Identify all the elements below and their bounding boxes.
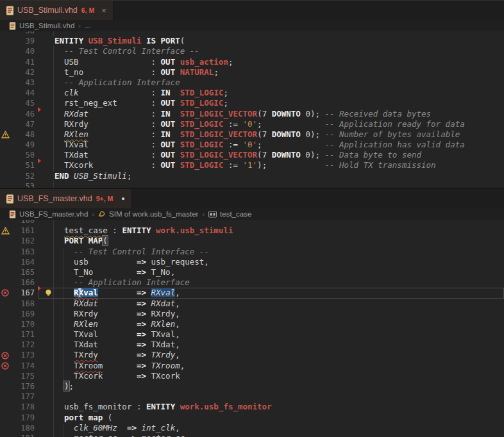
indent-guide — [53, 299, 54, 309]
breadcrumb-ellipsis[interactable]: ... — [85, 22, 91, 29]
code-line-162[interactable]: 162 PORT MAP( — [0, 236, 504, 246]
code-line-160[interactable]: 160 — [0, 220, 504, 226]
code-text[interactable]: PORT MAP( — [55, 236, 504, 246]
code-editor-usb-fs-master[interactable]: 160161 test_case : ENTITY work.usb_stimu… — [0, 220, 504, 437]
code-line-161[interactable]: 161 test_case : ENTITY work.usb_stimuli — [0, 226, 504, 236]
code-line-164[interactable]: 164 usb => usb_request, — [0, 257, 504, 267]
code-text[interactable]: -- Test Control Interface -- — [55, 247, 504, 257]
token: work.usb_stimuli — [156, 226, 233, 235]
code-line-48[interactable]: 48 RXlen : IN STD_LOGIC_VECTOR(7 DOWNTO … — [0, 129, 504, 140]
code-text[interactable]: clk : IN STD_LOGIC; — [55, 88, 504, 98]
code-text[interactable]: RXrdy => RXrdy, — [55, 309, 504, 319]
breadcrumb-file[interactable]: USB_Stimuli.vhd — [19, 22, 74, 29]
code-line-41[interactable]: 41 USB : OUT usb_action; — [0, 57, 504, 67]
code-line-167[interactable]: 167 RXval => RXval, — [0, 288, 504, 298]
code-text[interactable]: TXcork => TXcork — [55, 371, 504, 381]
dirty-indicator-icon[interactable]: ● — [121, 195, 124, 202]
code-text[interactable]: ); — [55, 381, 504, 392]
code-line-169[interactable]: 169 RXrdy => RXrdy, — [0, 309, 504, 319]
code-text[interactable]: -- Application Interface — [55, 277, 504, 288]
code-line-175[interactable]: 175 TXcork => TXcork — [0, 371, 504, 381]
code-line-45[interactable]: 45 rst_neg_ext : OUT STD_LOGIC; — [0, 98, 504, 108]
code-line-44[interactable]: 44 clk : IN STD_LOGIC; — [0, 88, 504, 98]
code-line-46[interactable]: 46 RXdat : IN STD_LOGIC_VECTOR(7 DOWNTO … — [0, 109, 504, 119]
code-text[interactable] — [55, 31, 504, 36]
line-number: 176 — [10, 381, 38, 392]
code-text[interactable]: -- Application Interface — [55, 78, 504, 88]
code-line-52[interactable]: 52END USB_Stimuli; — [0, 171, 504, 181]
code-line-43[interactable]: 43 -- Application Interface — [0, 78, 504, 88]
code-text[interactable]: TXdat => TXdat, — [55, 340, 504, 350]
code-text[interactable]: END USB_Stimuli; — [55, 171, 504, 181]
code-text[interactable]: master_ss => master_ss, — [55, 433, 504, 437]
flag-slot — [38, 402, 42, 412]
code-text[interactable]: RXdat : IN STD_LOGIC_VECTOR(7 DOWNTO 0);… — [55, 109, 504, 119]
code-text[interactable]: RXdat => RXdat, — [55, 299, 504, 309]
code-line-168[interactable]: 168 RXdat => RXdat, — [0, 299, 504, 309]
code-line-38[interactable]: 38 — [0, 31, 504, 36]
code-line-163[interactable]: 163 -- Test Control Interface -- — [0, 247, 504, 257]
code-text[interactable]: usb => usb_request, — [55, 257, 504, 267]
code-text[interactable]: TXval => TXval, — [55, 329, 504, 340]
code-line-177[interactable]: 177 — [0, 392, 504, 402]
code-line-47[interactable]: 47 RXrdy : OUT STD_LOGIC := '0'; -- Appl… — [0, 119, 504, 129]
code-line-53[interactable]: 53 — [0, 181, 504, 188]
code-text[interactable]: RXrdy : OUT STD_LOGIC := '0'; -- Applica… — [55, 119, 504, 129]
code-text[interactable]: clk_60MHz => int_clk, — [55, 423, 504, 433]
code-text[interactable]: TXval : OUT STD_LOGIC := '0'; -- Applica… — [55, 140, 504, 150]
code-text[interactable]: ENTITY USB_Stimuli IS PORT( — [55, 36, 504, 46]
code-text[interactable] — [55, 392, 504, 402]
code-line-174[interactable]: 174 TXroom => TXroom, — [0, 361, 504, 371]
code-line-49[interactable]: 49 TXval : OUT STD_LOGIC := '0'; -- Appl… — [0, 140, 504, 150]
flag-slot — [38, 88, 42, 98]
code-line-172[interactable]: 172 TXdat => TXdat, — [0, 340, 504, 350]
flag-slot — [38, 433, 42, 437]
breadcrumb-file[interactable]: USB_FS_master.vhd — [19, 210, 88, 218]
code-line-171[interactable]: 171 TXval => TXval, — [0, 329, 504, 340]
code-text[interactable]: t_no : OUT NATURAL; — [55, 67, 504, 78]
code-text[interactable]: RXlen => RXlen, — [55, 319, 504, 329]
code-line-51[interactable]: 51 TXcork : OUT STD_LOGIC := '1'); -- Ho… — [0, 160, 504, 170]
code-text[interactable]: -- Test Control Interface -- — [55, 46, 504, 56]
close-icon[interactable]: × — [101, 6, 106, 15]
code-line-50[interactable]: 50 TXdat : OUT STD_LOGIC_VECTOR(7 DOWNTO… — [0, 150, 504, 160]
token: , — [175, 350, 180, 359]
code-text[interactable]: TXroom => TXroom, — [55, 361, 504, 371]
token: -- Data byte to send — [324, 150, 421, 160]
code-line-178[interactable]: 178 usb_fs_monitor : ENTITY work.usb_fs_… — [0, 402, 504, 412]
code-line-40[interactable]: 40 -- Test Control Interface -- — [0, 46, 504, 56]
code-text[interactable]: TXdat : OUT STD_LOGIC_VECTOR(7 DOWNTO 0)… — [55, 150, 504, 160]
code-text[interactable]: test_case : ENTITY work.usb_stimuli — [55, 226, 504, 236]
code-text[interactable] — [55, 220, 504, 226]
indent-guide — [53, 140, 54, 150]
code-text[interactable]: TXrdy => TXrdy, — [55, 350, 504, 360]
token — [55, 88, 64, 97]
code-line-181[interactable]: 181 master_ss => master_ss, — [0, 433, 504, 437]
code-text[interactable]: USB : OUT usb_action; — [55, 57, 504, 67]
code-line-166[interactable]: 166 -- Application Interface — [0, 277, 504, 288]
code-text[interactable]: TXcork : OUT STD_LOGIC := '1'); -- Hold … — [55, 160, 504, 170]
code-line-180[interactable]: 180 clk_60MHz => int_clk, — [0, 423, 504, 433]
code-text[interactable] — [55, 181, 504, 188]
tab-usb-stimuli[interactable]: USB_Stimuli.vhd 6, M × — [0, 1, 113, 20]
code-line-179[interactable]: 179 port map ( — [0, 413, 504, 423]
code-line-173[interactable]: 173 TXrdy => TXrdy, — [0, 350, 504, 360]
code-text[interactable]: port map ( — [55, 413, 504, 423]
code-text[interactable]: usb_fs_monitor : ENTITY work.usb_fs_moni… — [55, 402, 504, 412]
gutter-state — [0, 257, 10, 267]
code-line-165[interactable]: 165 T_No => T_No, — [0, 267, 504, 277]
code-text[interactable]: RXlen : IN STD_LOGIC_VECTOR(7 DOWNTO 0);… — [55, 129, 504, 140]
tab-usb-fs-master[interactable]: USB_FS_master.vhd 9+, M ● — [0, 189, 132, 208]
code-line-39[interactable]: 39ENTITY USB_Stimuli IS PORT( — [0, 36, 504, 46]
breadcrumb-symbol[interactable]: SIM of work.usb_fs_master — [109, 210, 198, 218]
code-text[interactable]: RXval => RXval, — [55, 288, 504, 298]
code-line-42[interactable]: 42 t_no : OUT NATURAL; — [0, 67, 504, 78]
gutter-state — [0, 340, 10, 350]
code-line-170[interactable]: 170 RXlen => RXlen, — [0, 319, 504, 329]
breadcrumb-member[interactable]: test_case — [220, 210, 251, 218]
code-text[interactable]: rst_neg_ext : OUT STD_LOGIC; — [55, 98, 504, 108]
code-line-176[interactable]: 176 ); — [0, 381, 504, 392]
code-editor-usb-stimuli[interactable]: 3839ENTITY USB_Stimuli IS PORT(40 -- Tes… — [0, 31, 504, 188]
code-text[interactable]: T_No => T_No, — [55, 267, 504, 277]
lightbulb-icon[interactable] — [42, 288, 55, 298]
